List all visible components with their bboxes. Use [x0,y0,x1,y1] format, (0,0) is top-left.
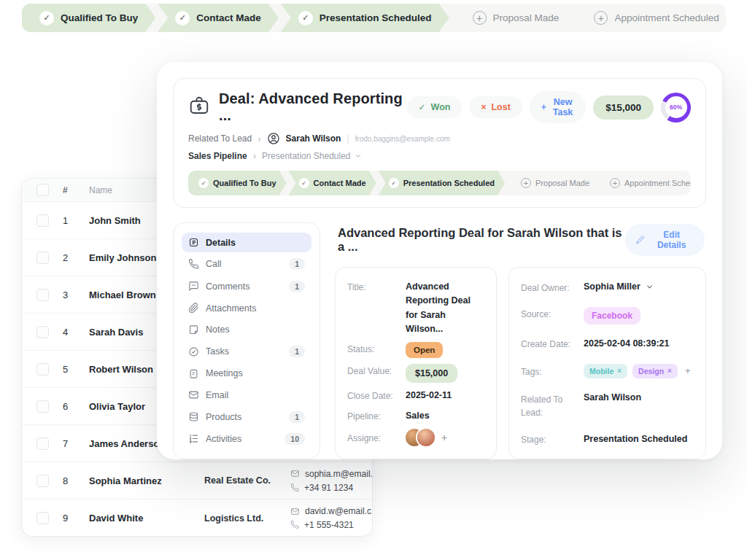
sidebar-label: Email [206,390,228,400]
count-badge: 1 [289,411,305,423]
lead-email: david.w@email.c... [290,506,372,516]
row-number: 2 [63,252,89,263]
row-checkbox[interactable] [36,326,49,338]
phone-icon [290,483,299,492]
remove-tag-icon[interactable]: × [617,367,622,375]
breadcrumb-pipeline: Sales Pipeline › Presentation Sheduled [188,150,691,161]
stage-contact-made[interactable]: ✓ Contact Made [289,171,376,195]
count-badge: 1 [289,346,305,357]
row-checkbox[interactable] [36,512,49,524]
sidebar-item-attachments[interactable]: Attachments [182,298,311,318]
won-button[interactable]: ✓Won [407,96,462,118]
add-tag-button[interactable]: + [685,365,691,376]
sidebar-item-activities[interactable]: Activities 10 [182,429,311,449]
sidebar-item-comments[interactable]: Comments 1 [182,276,311,297]
tag-design[interactable]: Design× [632,364,678,378]
stage-label: Presentation Scheduled [403,179,495,187]
deal-owner-dropdown[interactable]: Sophia Miller [584,280,654,294]
person-avatar-icon [267,132,280,145]
row-number: 3 [63,289,89,300]
table-row[interactable]: 8 Sophia Martinez Real Estate Co. sophia… [22,462,372,499]
field-value-stage: Presentation Scheduled [584,432,687,446]
pencil-icon [636,236,644,244]
source-badge: Facebook [584,307,640,324]
deal-fields-left-card: Title: Advanced Reporting Deal for Sarah… [335,267,497,459]
stage-proposal-made[interactable]: + Proposal Made [511,171,600,195]
field-label: Assigne: [347,431,406,443]
sidebar-item-meetings[interactable]: Meetings [182,364,311,384]
sidebar-item-tasks[interactable]: Tasks 1 [182,341,311,362]
sidebar-item-call[interactable]: Call 1 [182,254,311,274]
lead-name: David White [89,513,204,524]
check-icon: ✓ [419,102,426,112]
tag-mobile[interactable]: Mobile× [584,364,627,378]
field-value-related-lead: Sarah Wilson [584,391,641,405]
field-value-title: Advanced Reporting Deal for Sarah Wilson… [406,280,484,337]
row-checkbox[interactable] [36,438,49,450]
tasks-icon [188,346,199,357]
sidebar-item-email[interactable]: Email [182,385,311,405]
phone-icon [290,521,299,529]
field-label: Close Date: [347,389,406,401]
plus-circle-icon: + [473,11,487,25]
count-badge: 10 [285,433,305,445]
plus-circle-icon: + [521,178,531,188]
lead-name-link[interactable]: Sarah Wilson [286,133,341,144]
edit-details-button[interactable]: Edit Details [625,224,705,256]
select-all-checkbox[interactable] [36,184,49,196]
new-task-button[interactable]: +New Task [530,91,586,123]
sidebar-item-details[interactable]: Details [182,233,311,252]
field-label: Source: [521,307,584,319]
avatar [417,429,435,446]
lead-email: sophia.m@email.... [290,469,372,479]
sidebar-label: Products [206,412,241,422]
row-checkbox[interactable] [36,475,49,487]
stage-label: Proposal Made [535,179,589,187]
sidebar-label: Comments [206,281,249,292]
sidebar-label: Tasks [206,346,229,357]
stage-label: Qualified To Buy [61,12,138,23]
stage-appointment-scheduled[interactable]: + Appointment Scheduled [600,171,691,195]
stage-dropdown[interactable]: Presentation Sheduled [262,151,361,161]
paperclip-icon [188,303,199,314]
lead-phone: +34 91 1234 [290,483,372,493]
stage-appointment-scheduled[interactable]: + Appointment Scheduled [576,4,726,32]
lead-company: Real Estate Co. [204,475,290,486]
field-label: Tags: [521,365,584,377]
field-value-close-date: 2025-02-11 [406,389,452,402]
row-checkbox[interactable] [36,214,49,227]
comments-icon [188,281,199,292]
lost-button[interactable]: ×Lost [469,96,522,118]
remove-tag-icon[interactable]: × [667,367,672,375]
deal-detail-title: Advanced Reporting Deal for Sarah Wilson… [338,226,625,254]
stage-qualified-to-buy[interactable]: ✓ Qualified To Buy [22,4,155,32]
stage-presentation-scheduled[interactable]: ✓ Presentation Scheduled [379,171,505,195]
deal-amount-badge: $15,000 [593,96,654,120]
row-checkbox[interactable] [36,289,49,301]
pipeline-bar-modal: ✓ Qualified To Buy ✓ Contact Made ✓ Pres… [188,171,691,195]
row-number: 6 [63,401,89,412]
stage-qualified-to-buy[interactable]: ✓ Qualified To Buy [188,171,287,195]
check-icon: ✓ [198,178,209,188]
stage-label: Contact Made [196,12,261,23]
add-assignee-button[interactable]: + [441,432,447,443]
email-icon [290,507,300,516]
breadcrumb-label: Related To Lead [188,133,252,144]
deal-sidebar: Details Call 1 Comments 1 Attachments [173,222,320,459]
column-header-num: # [63,185,89,195]
stage-presentation-scheduled[interactable]: ✓ Presentation Scheduled [281,4,449,32]
x-icon: × [481,102,486,112]
row-checkbox[interactable] [36,400,49,413]
sidebar-item-products[interactable]: Products 1 [182,407,311,427]
table-row[interactable]: 9 David White Logistics Ltd. david.w@ema… [22,499,372,536]
row-checkbox[interactable] [36,252,49,264]
check-icon: ✓ [389,178,399,188]
stage-contact-made[interactable]: ✓ Contact Made [158,4,279,32]
row-checkbox[interactable] [36,363,49,376]
count-badge: 1 [289,258,305,270]
row-number: 4 [63,327,89,338]
stage-proposal-made[interactable]: + Proposal Made [455,4,577,32]
stage-label: Contact Made [314,179,366,187]
sidebar-item-notes[interactable]: Notes [182,320,311,340]
lead-name: Sophia Martinez [89,475,204,486]
